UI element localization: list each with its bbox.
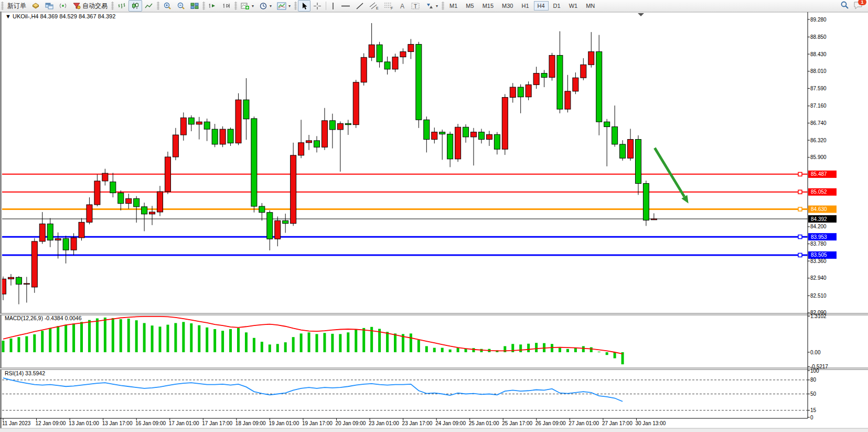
candle [581, 65, 586, 78]
macd-pane-label: MACD(12,26,9) -0.4384 0.0046 [5, 315, 82, 321]
pivot-orange-handle[interactable] [798, 207, 802, 211]
candle [526, 85, 531, 97]
cursor-button[interactable] [298, 0, 310, 12]
arrows-button[interactable]: ▾ [423, 0, 441, 12]
macd-histogram-bar [17, 337, 20, 352]
candle [267, 213, 273, 239]
notification-badge: 1 [858, 0, 866, 5]
candle [533, 73, 539, 85]
candle [142, 207, 147, 214]
macd-histogram-bar [566, 349, 569, 352]
price-tick-label: 86.740 [810, 120, 827, 126]
resistance-2-handle[interactable] [798, 190, 802, 194]
time-axis-label: 19 Jan 01:00 [269, 420, 299, 426]
candle [432, 132, 437, 140]
support-2-handle[interactable] [798, 253, 802, 257]
new-order-button[interactable]: 新订单 [5, 0, 29, 12]
candle [275, 220, 281, 239]
period-button[interactable]: ▾ [256, 0, 274, 12]
macd-histogram-bar [174, 323, 177, 352]
macd-histogram-bar [245, 332, 248, 352]
tile-windows-button[interactable] [188, 0, 201, 12]
add-indicator-button[interactable]: ▾ [238, 0, 256, 12]
candle [518, 87, 523, 97]
macd-histogram-bar [65, 325, 67, 352]
time-axis-label: 11 Jan 2023 [2, 420, 31, 426]
vertical-line-button[interactable] [328, 0, 338, 12]
candle [384, 62, 390, 69]
trendline-button[interactable] [353, 0, 367, 12]
terminal-windows-button[interactable] [42, 0, 56, 12]
bar-chart-button[interactable] [115, 0, 128, 12]
candle [298, 143, 304, 155]
chevron-down-icon: ▾ [288, 4, 291, 8]
timeframe-M1[interactable]: M1 [446, 1, 461, 10]
chart-shift-button[interactable] [220, 0, 233, 12]
macd-histogram-bar [457, 348, 459, 352]
current-price-tag-label: 84.392 [811, 216, 827, 222]
horizontal-line-button[interactable] [338, 0, 353, 12]
macd-histogram-bar [614, 352, 616, 359]
macd-histogram-bar [355, 330, 357, 352]
text-label-button[interactable]: T [409, 0, 423, 12]
depth-of-market-button[interactable] [29, 0, 42, 12]
resistance-1-tag-label: 85.487 [811, 171, 827, 177]
macd-histogram-bar [582, 346, 585, 352]
timeframe-D1[interactable]: D1 [550, 1, 564, 10]
timeframe-W1[interactable]: W1 [565, 1, 582, 10]
candle-chart-icon [131, 2, 140, 9]
template-button[interactable]: ▾ [274, 0, 293, 12]
macd-histogram-bar [198, 325, 200, 352]
price-tick-label: 88.850 [810, 34, 827, 40]
candle-chart-button[interactable] [128, 0, 142, 12]
time-axis-label: 24 Jan 09:00 [435, 420, 466, 426]
text-button[interactable]: A [396, 0, 409, 12]
bar-chart-icon [117, 2, 126, 9]
equidistant-channel-button[interactable]: E [367, 0, 381, 12]
macd-histogram-bar [598, 352, 601, 352]
auto-scroll-button[interactable] [206, 0, 220, 12]
fibonacci-button[interactable]: F [381, 0, 396, 12]
autotrade-label: 自动交易 [82, 2, 108, 10]
crosshair-button[interactable] [310, 0, 324, 12]
signals-button[interactable] [56, 0, 70, 12]
chart-canvas[interactable]: 89.28088.85088.43088.01087.59087.16086.7… [0, 12, 868, 432]
candle [87, 205, 92, 222]
time-axis-label: 17 Jan 17:00 [202, 420, 232, 426]
price-tick-label: 87.590 [810, 86, 827, 91]
crosshair-icon [313, 2, 322, 10]
resistance-1-handle[interactable] [798, 172, 802, 176]
support-1-handle[interactable] [798, 235, 802, 239]
zoom-in-button[interactable] [160, 0, 174, 12]
toolbar-separator [326, 2, 326, 10]
timeframe-H1[interactable]: H1 [518, 1, 532, 10]
signal-icon [59, 2, 67, 9]
candle [39, 224, 45, 241]
candle [596, 51, 602, 122]
candle [47, 224, 53, 240]
macd-histogram-bar [300, 333, 303, 352]
macd-histogram-bar [347, 332, 349, 352]
window-border-left [0, 12, 2, 428]
timeframe-H4[interactable]: H4 [534, 1, 549, 10]
support-2-tag-label: 83.505 [811, 252, 827, 258]
candle [165, 157, 170, 192]
candle [612, 127, 618, 144]
zoom-out-button[interactable] [174, 0, 188, 12]
time-axis-label: 20 Jan 09:00 [336, 420, 366, 426]
macd-histogram-bar [527, 344, 530, 352]
line-chart-button[interactable] [142, 0, 156, 12]
autotrade-button[interactable]: 自动交易 [70, 0, 110, 12]
timeframe-M5[interactable]: M5 [462, 1, 477, 10]
timeframe-M15[interactable]: M15 [479, 1, 497, 10]
horizontal-line-icon [341, 2, 350, 10]
macd-axis-label: 1.3102 [810, 313, 827, 319]
candle [502, 97, 508, 149]
search-icon[interactable] [840, 1, 849, 11]
timeframe-M30[interactable]: M30 [498, 1, 517, 10]
toolbar-grip [111, 2, 114, 10]
timeframe-MN[interactable]: MN [582, 1, 598, 10]
candle [486, 134, 492, 139]
chart-window[interactable]: 89.28088.85088.43088.01087.59087.16086.7… [0, 12, 868, 432]
chat-button[interactable]: 1 [853, 1, 863, 11]
